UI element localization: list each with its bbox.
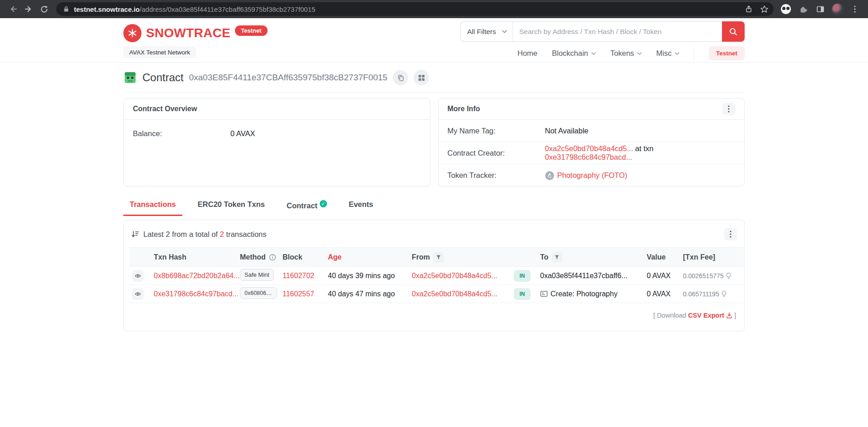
extensions-button[interactable]: [795, 1, 811, 17]
copy-icon: [397, 74, 405, 82]
avatar: [832, 3, 844, 15]
lock-icon: [63, 5, 70, 13]
contract-address: 0xa03E85F4411e37CBAff635975bf38cB2737F00…: [189, 73, 388, 83]
to-filter-button[interactable]: [551, 252, 562, 263]
tab-transactions[interactable]: Transactions: [123, 197, 182, 216]
tab-contract[interactable]: Contract✓: [280, 197, 333, 216]
tx-details-button[interactable]: [132, 270, 144, 282]
csv-prefix: [ Download: [653, 312, 687, 319]
from-filter-button[interactable]: [433, 252, 444, 263]
search-button[interactable]: [722, 21, 745, 42]
summary-prefix: Latest 2 from a total of: [143, 230, 218, 238]
more-info-card: More Info My Name Tag: Not Available Con…: [438, 98, 745, 187]
txn-fee-value: 0.0026515775: [683, 272, 724, 280]
side-panel-button[interactable]: [813, 1, 828, 17]
transactions-table: Txn Hash Method Block Age From To Value …: [129, 247, 744, 303]
nav-misc[interactable]: Misc: [656, 49, 679, 58]
sort-icon: [131, 230, 139, 238]
qr-code-button[interactable]: [414, 70, 429, 85]
transactions-panel: Latest 2 from a total of 2 transactions …: [123, 220, 745, 331]
nav-tokens[interactable]: Tokens: [610, 49, 642, 58]
nav-network-switch[interactable]: Testnet: [709, 46, 745, 60]
search-filter-select[interactable]: All Filters: [460, 21, 513, 42]
method-badge: 0x60806040: [240, 287, 277, 299]
transactions-menu-button[interactable]: [724, 228, 737, 240]
creator-address-link[interactable]: 0xa2c5e0bd70b48a4cd5...: [545, 144, 634, 152]
nav-home[interactable]: Home: [517, 49, 537, 58]
csv-export-link[interactable]: CSV Export: [688, 312, 724, 319]
from-address-link[interactable]: 0xa2c5e0bd70b48a4cd5...: [412, 272, 497, 280]
creation-txn-link[interactable]: 0xe31798c6c84c97bacd...: [545, 153, 633, 161]
block-link[interactable]: 11602557: [283, 290, 314, 298]
direction-badge: IN: [514, 270, 531, 282]
summary-count: 2: [220, 230, 224, 238]
col-to-label: To: [540, 253, 548, 261]
balance-label: Balance:: [133, 129, 230, 138]
profile-button[interactable]: [830, 1, 845, 17]
browser-toolbar: testnet.snowtrace.io/address/0xa03e85f44…: [0, 0, 868, 18]
txn-hash-link[interactable]: 0xe31798c6c84c97bacd...: [154, 290, 239, 298]
puzzle-icon: [799, 5, 808, 14]
chevron-down-icon: [637, 52, 642, 55]
copy-address-button[interactable]: [393, 70, 408, 85]
col-direction: [511, 248, 537, 267]
col-age[interactable]: Age: [325, 248, 409, 267]
nav-misc-label: Misc: [656, 49, 672, 58]
download-icon: [726, 312, 732, 319]
age-value: 40 days 39 mins ago: [328, 272, 395, 280]
brand-testnet-badge: Testnet: [235, 25, 267, 36]
nav-home-label: Home: [517, 49, 537, 58]
tx-details-button[interactable]: [132, 288, 144, 300]
tab-erc20-token-txns[interactable]: ERC20 Token Txns: [191, 197, 271, 216]
overview-card-title: Contract Overview: [133, 105, 197, 113]
eye-icon: [135, 272, 141, 280]
address-bar[interactable]: testnet.snowtrace.io/address/0xa03e85f44…: [56, 2, 774, 16]
token-tracker-row: Token Tracker: Photography (FOTO): [439, 164, 745, 187]
contract-avatar-icon: [123, 71, 137, 84]
token-tracker-link[interactable]: Photography (FOTO): [557, 171, 628, 180]
nav-blockchain[interactable]: Blockchain: [552, 49, 596, 58]
to-address: 0xa03e85f4411e37cbaff6...: [540, 272, 627, 280]
info-icon[interactable]: [269, 254, 276, 261]
nav-blockchain-label: Blockchain: [552, 49, 588, 58]
tab-bar: Transactions ERC20 Token Txns Contract✓ …: [123, 197, 745, 216]
from-address-link[interactable]: 0xa2c5e0bd70b48a4cd5...: [412, 290, 497, 298]
search-input[interactable]: [513, 21, 722, 42]
col-from: From: [409, 248, 511, 267]
balance-value: 0 AVAX: [230, 129, 255, 138]
lightbulb-icon: [721, 290, 727, 298]
block-link[interactable]: 11602702: [283, 272, 314, 280]
more-info-menu-button[interactable]: [722, 103, 735, 115]
browser-menu-button[interactable]: [847, 1, 863, 17]
chevron-down-icon: [591, 52, 596, 55]
url-path: /address/0xa03e85f4411e37cbaff635975bf38…: [140, 5, 315, 13]
tab-events[interactable]: Events: [342, 197, 380, 216]
to-contract-creation: Create: Photography: [551, 290, 618, 298]
share-button[interactable]: [741, 1, 756, 17]
dots-vertical-icon: [730, 231, 731, 238]
value-amount: 0 AVAX: [647, 290, 671, 298]
dots-vertical-icon: [728, 105, 730, 113]
refresh-button[interactable]: [36, 1, 52, 17]
site-logo[interactable]: SNOWTRACE Testnet: [123, 24, 268, 42]
contract-creator-row: Contract Creator: 0xa2c5e0bd70b48a4cd5..…: [439, 142, 745, 164]
contract-overview-card: Contract Overview Balance: 0 AVAX: [123, 98, 430, 187]
csv-export-row: [ Download CSV Export ]: [124, 303, 744, 331]
bookmark-button[interactable]: [756, 1, 772, 17]
url-text: testnet.snowtrace.io/address/0xa03e85f44…: [74, 5, 741, 13]
back-button[interactable]: [5, 1, 21, 17]
extension-owl-button[interactable]: [778, 1, 794, 17]
page-title-row: Contract 0xa03E85F4411e37CBAff635975bf38…: [123, 70, 745, 93]
col-method: Method: [237, 248, 280, 267]
table-row: 0xe31798c6c84c97bacd... 0x60806040 11602…: [129, 285, 744, 303]
col-to: To: [537, 248, 644, 267]
col-txn-fee: [Txn Fee]: [680, 248, 744, 267]
txn-hash-link[interactable]: 0x8b698ac72bd20b2a64...: [154, 272, 240, 280]
filter-icon: [436, 255, 441, 260]
col-from-label: From: [412, 253, 430, 261]
forward-button[interactable]: [21, 1, 36, 17]
nav-divider: [694, 48, 694, 59]
search-icon: [729, 27, 738, 36]
lightbulb-icon: [726, 272, 731, 280]
transactions-summary: Latest 2 from a total of 2 transactions: [131, 230, 267, 239]
